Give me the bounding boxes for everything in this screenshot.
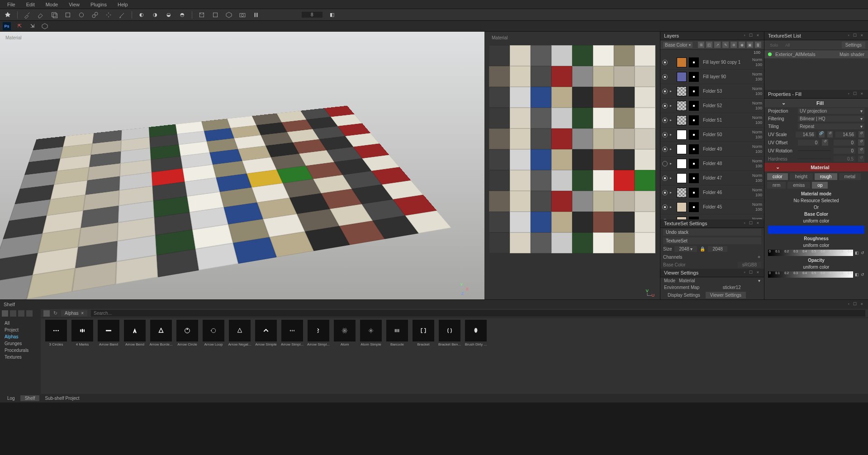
layer-row[interactable]: ▸Folder 48Norm100	[660, 156, 764, 171]
layer-tool-icon[interactable]: ◉	[739, 42, 745, 48]
layer-mask[interactable]	[689, 173, 699, 183]
ts-size2[interactable]: 2048	[708, 246, 727, 252]
sym-icon[interactable]: ◐	[138, 11, 146, 19]
viewport-3d[interactable]: Material Y └─X Z	[0, 32, 484, 299]
layer-tool-icon[interactable]: ▣	[747, 42, 753, 48]
sym3-icon[interactable]: ◒	[165, 11, 173, 19]
layer-row[interactable]: ▸Folder 45Norm100	[660, 200, 764, 214]
folder-toggle-icon[interactable]: ▸	[670, 176, 674, 180]
layer-thumbnail[interactable]	[677, 86, 687, 96]
iray-icon[interactable]	[225, 11, 233, 19]
layer-row[interactable]: ▸Folder 44Norm100	[660, 214, 764, 219]
shelf-item[interactable]: Arrow Simple	[254, 320, 278, 392]
layer-mask[interactable]	[689, 144, 699, 154]
size-icon[interactable]: ◧	[328, 11, 336, 19]
shelf-item[interactable]: Arrow Circle	[175, 320, 199, 392]
layer-visibility-icon[interactable]	[662, 175, 668, 181]
brush-icon[interactable]	[23, 11, 31, 19]
shelf-item[interactable]: Brush Dirty ...	[464, 320, 488, 392]
layer-mask[interactable]	[689, 202, 699, 212]
textureset-field[interactable]: TextureSet	[663, 237, 761, 244]
shelf-item[interactable]: Arrow Band	[97, 320, 120, 392]
layer-delete-icon[interactable]: 🗑	[755, 42, 761, 48]
layer-thumbnail[interactable]	[677, 115, 687, 125]
shelf-category[interactable]: Grunges	[0, 340, 41, 347]
basecolor-swatch[interactable]	[768, 226, 864, 234]
channel-chip-nrm[interactable]: nrm	[767, 182, 786, 189]
pause-icon[interactable]	[252, 11, 260, 19]
shelf-item[interactable]: Arrow Negat...	[228, 320, 251, 392]
fill-section[interactable]: ⌄Fill	[764, 99, 868, 107]
viewport-2d[interactable]: Material V └─U	[486, 32, 658, 299]
menu-plugins[interactable]: Plugins	[85, 1, 112, 8]
viewer-mode-dropdown[interactable]: Material ▾	[679, 278, 760, 283]
shelf-item[interactable]: 3 Circles	[44, 320, 68, 392]
layer-mask[interactable]	[689, 101, 699, 111]
layer-tool-icon[interactable]: ↗	[714, 42, 721, 48]
layer-tool-icon[interactable]: ✎	[722, 42, 729, 48]
lock-icon[interactable]: 🔒	[700, 246, 705, 251]
layer-row[interactable]: ▸Folder 49Norm100	[660, 142, 764, 156]
shelf-category[interactable]: Project	[0, 327, 41, 333]
folder-toggle-icon[interactable]: ▸	[670, 205, 674, 209]
shelf-item[interactable]: Bracket	[412, 320, 435, 392]
ts-size-dropdown[interactable]: 2048 ▾	[674, 246, 697, 252]
layer-row[interactable]: ▸Folder 50Norm100	[660, 128, 764, 142]
opacity-slider[interactable]: 00.10.20.30.40.50.60.70.80.9◧↺	[764, 270, 868, 279]
shelf-category[interactable]: Alphas	[0, 333, 41, 340]
env-map-value[interactable]: sticker12	[703, 285, 760, 290]
layer-thumbnail[interactable]	[677, 101, 687, 111]
menu-view[interactable]: View	[63, 1, 85, 8]
layers-list[interactable]: Fill layer 90 copy 1Norm100Fill layer 90…	[660, 55, 764, 219]
shelf-item[interactable]: Atom	[333, 320, 356, 392]
layer-mask[interactable]	[689, 130, 699, 140]
uvoffset-y[interactable]: 0	[834, 140, 855, 146]
tiling-dropdown[interactable]: Repeat▾	[798, 123, 864, 129]
shelf-item[interactable]: Arrow Simpl...	[307, 320, 330, 392]
substance-icon[interactable]	[41, 22, 49, 30]
shelf-icon[interactable]	[10, 310, 16, 317]
layer-thumbnail[interactable]	[677, 159, 687, 169]
layer-visibility-icon[interactable]	[662, 161, 668, 166]
layer-row[interactable]: Fill layer 90 copy 1Norm100	[660, 55, 764, 70]
link-icon[interactable]: 🔗	[819, 131, 825, 137]
layer-mask[interactable]	[689, 72, 699, 82]
persp-icon[interactable]	[198, 11, 206, 19]
material-section[interactable]: ⌄Material	[764, 163, 868, 171]
layer-visibility-icon[interactable]	[662, 132, 668, 137]
ts-visible-icon[interactable]	[768, 52, 772, 56]
layer-tool-icon[interactable]: ⊕	[730, 42, 737, 48]
ts-settings-button[interactable]: Settings	[842, 42, 865, 48]
panel-window-icons[interactable]: ▫ ☐ ×	[744, 33, 760, 38]
layer-row[interactable]: ▸Folder 53Norm100	[660, 84, 764, 99]
layer-mask[interactable]	[689, 86, 699, 96]
shelf-item[interactable]: Arrow Bend	[123, 320, 147, 392]
shelf-category[interactable]: Procedurals	[0, 347, 41, 354]
eraser-icon[interactable]	[37, 11, 45, 19]
solo-button[interactable]: Solo	[767, 43, 781, 48]
channel-chip-color[interactable]: color	[767, 173, 788, 180]
add-channel-icon[interactable]: ＋	[757, 254, 761, 260]
shelf-search-input[interactable]	[91, 310, 865, 317]
shelf-item[interactable]: Arrow Simpl...	[280, 320, 304, 392]
shelf-back-icon[interactable]	[43, 310, 50, 317]
status-shelf[interactable]: Shelf	[20, 395, 40, 401]
folder-toggle-icon[interactable]: ▸	[670, 89, 674, 93]
channel-chip-emiss[interactable]: emiss	[787, 182, 810, 189]
status-subshelf[interactable]: Sub-shelf Project	[40, 395, 84, 401]
filtering-dropdown[interactable]: Bilinear | HQ▾	[798, 116, 864, 122]
layer-tool-icon[interactable]: ◰	[706, 42, 712, 48]
shelf-reload-icon[interactable]: ↻	[53, 310, 57, 316]
channel-dropdown[interactable]: Base Color	[663, 42, 693, 48]
layer-row[interactable]: ▸Folder 46Norm100	[660, 185, 764, 200]
folder-toggle-icon[interactable]: ▸	[670, 118, 674, 122]
polyfill-icon[interactable]	[64, 11, 72, 19]
uvoffset-x[interactable]: 0	[798, 140, 820, 146]
folder-toggle-icon[interactable]: ▸	[670, 104, 674, 108]
export-icon[interactable]: ⇱	[15, 22, 24, 30]
layer-visibility-icon[interactable]	[662, 118, 668, 123]
ortho-icon[interactable]	[211, 11, 219, 19]
menu-help[interactable]: Help	[112, 1, 133, 8]
folder-toggle-icon[interactable]: ▸	[670, 161, 674, 166]
layer-mask[interactable]	[689, 217, 699, 220]
